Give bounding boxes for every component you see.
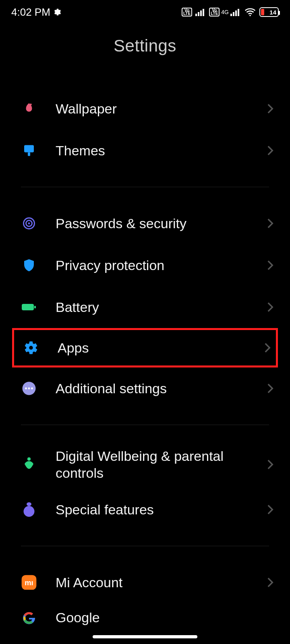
settings-row-privacy[interactable]: Privacy protection [0,244,290,286]
chevron-right-icon [267,383,274,394]
chevron-right-icon [267,145,274,156]
wellbeing-icon [21,456,37,473]
volte-icon-2: VoLTE [209,8,220,17]
settings-row-wellbeing[interactable]: Digital Wellbeing & parental controls [0,440,290,489]
status-right: VoLTE VoLTE 4G 14 [182,7,279,17]
settings-row-apps[interactable]: Apps [12,328,278,367]
status-left: 4:02 PM [11,6,62,19]
svg-point-20 [28,388,30,390]
svg-rect-16 [34,306,36,308]
google-icon [21,610,37,626]
signal-icon-2 [230,8,241,16]
svg-point-21 [31,388,33,390]
status-bar: 4:02 PM VoLTE VoLTE 4G 14 [0,0,290,24]
row-label: Wallpaper [56,101,267,117]
row-label: Passwords & security [56,216,267,231]
svg-point-19 [25,388,27,390]
fingerprint-icon [21,215,37,231]
svg-rect-4 [230,14,232,16]
battery-icon: 14 [259,7,279,17]
shield-icon [21,257,37,273]
svg-rect-2 [200,10,202,16]
svg-rect-3 [203,9,204,16]
page-title: Settings [0,36,290,56]
svg-rect-0 [195,14,197,16]
nav-indicator[interactable] [93,635,197,638]
special-icon [21,502,37,518]
chevron-right-icon [264,342,271,353]
settings-row-additional[interactable]: Additional settings [0,367,290,409]
wifi-icon [244,8,256,17]
row-label: Special features [56,502,267,518]
settings-row-miaccount[interactable]: mı Mi Account [0,561,290,603]
svg-rect-10 [24,145,34,153]
separator [21,425,269,425]
settings-row-passwords[interactable]: Passwords & security [0,202,290,244]
chevron-right-icon [267,260,274,271]
apps-gear-icon [23,340,39,356]
battery-level: 14 [269,9,276,16]
settings-row-themes[interactable]: Themes [0,130,290,171]
row-label: Digital Wellbeing & parental controls [56,448,267,482]
row-label: Battery [56,299,267,315]
svg-rect-15 [22,304,34,310]
chevron-right-icon [267,218,274,229]
separator [21,546,269,546]
svg-rect-11 [28,153,30,156]
chevron-right-icon [267,301,274,313]
row-label: Privacy protection [56,258,267,273]
volte-icon: VoLTE [182,8,192,17]
signal-icon [195,8,206,16]
settings-row-battery[interactable]: Battery [0,286,290,328]
svg-rect-6 [235,10,237,16]
settings-row-special[interactable]: Special features [0,489,290,530]
gear-icon [54,8,62,16]
mi-icon: mı [21,574,37,590]
svg-rect-5 [233,12,234,16]
wallpaper-icon [21,101,37,117]
svg-point-23 [27,502,31,506]
svg-point-9 [30,103,32,105]
more-icon [21,380,37,396]
themes-icon [21,142,37,159]
settings-row-google[interactable]: Google [0,603,290,627]
row-label: Themes [56,143,267,159]
row-label: Apps [58,340,264,356]
chevron-right-icon [267,103,274,114]
chevron-right-icon [267,504,274,515]
separator [21,187,269,187]
svg-rect-1 [198,12,199,16]
svg-point-17 [29,346,33,350]
chevron-right-icon [267,577,274,588]
settings-row-wallpaper[interactable]: Wallpaper [0,88,290,130]
row-label: Additional settings [56,381,267,396]
chevron-right-icon [267,459,274,470]
row-label: Mi Account [56,575,267,590]
row-label: Google [56,610,274,625]
svg-point-8 [249,15,251,16]
net-type: 4G [221,10,229,14]
svg-point-14 [28,223,30,225]
svg-point-22 [27,457,31,460]
svg-rect-7 [238,9,239,16]
status-time: 4:02 PM [11,6,50,19]
svg-point-24 [24,506,35,517]
svg-text:mı: mı [25,578,33,587]
battery-icon [21,299,37,315]
